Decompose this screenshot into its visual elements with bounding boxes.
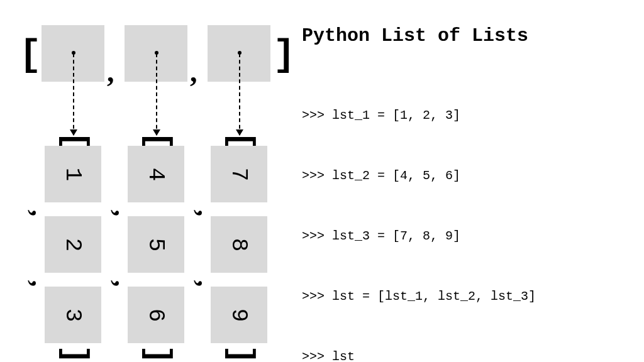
value: 4	[143, 167, 169, 181]
sublist-comma: ,	[111, 210, 137, 217]
sublist-1-item-2: 6	[128, 287, 184, 343]
sublist-1-item-0: 4	[128, 146, 184, 202]
value: 9	[226, 308, 252, 322]
arrow-0	[73, 53, 74, 135]
outer-comma-1: ,	[190, 58, 197, 87]
sublist-2-item-0: 7	[211, 146, 267, 202]
sublist-comma: ,	[194, 210, 220, 217]
outer-comma-0: ,	[107, 58, 114, 87]
sublist-2-item-1: 8	[211, 216, 267, 273]
sublist-0: [ 1 , 2 , 3 ]	[42, 138, 104, 362]
open-bracket: [	[19, 36, 42, 74]
sublist-2: [ 7 , 8 , 9 ]	[208, 138, 270, 362]
page-title: Python List of Lists	[302, 25, 629, 47]
code-line: >>> lst = [lst_1, lst_2, lst_3]	[302, 287, 629, 307]
sublist-comma: ,	[28, 280, 54, 287]
sublist-close-bracket: ]	[58, 344, 91, 362]
sublist-2-item-2: 9	[211, 287, 267, 343]
close-bracket: ]	[273, 36, 296, 74]
value: 6	[143, 308, 169, 322]
code-line: >>> lst_2 = [4, 5, 6]	[302, 166, 629, 186]
sublist-0-item-0: 1	[45, 146, 101, 202]
value: 2	[60, 238, 86, 251]
text-panel: Python List of Lists >>> lst_1 = [1, 2, …	[302, 25, 629, 362]
code-block: >>> lst_1 = [1, 2, 3] >>> lst_2 = [4, 5,…	[302, 65, 629, 362]
sublist-close-bracket: ]	[141, 344, 174, 362]
arrow-2	[239, 53, 240, 135]
value: 7	[226, 167, 252, 181]
code-line: >>> lst_1 = [1, 2, 3]	[302, 106, 629, 126]
sublist-close-bracket: ]	[224, 344, 257, 362]
sublist-0-item-2: 3	[45, 287, 101, 343]
arrow-1	[156, 53, 157, 135]
value: 5	[143, 238, 169, 251]
value: 1	[60, 167, 86, 181]
sublist-comma: ,	[194, 280, 220, 287]
sublist-1-item-1: 5	[128, 216, 184, 273]
code-line: >>> lst_3 = [7, 8, 9]	[302, 226, 629, 246]
sublist-comma: ,	[28, 210, 54, 217]
value: 8	[226, 238, 252, 251]
value: 3	[60, 308, 86, 322]
sublist-1: [ 4 , 5 , 6 ]	[125, 138, 187, 362]
list-diagram: [ , , ] [ 1 , 2 , 3 ] [ 4 , 5 , 6 ] [ 7 …	[19, 25, 289, 352]
sublist-0-item-1: 2	[45, 216, 101, 273]
sublist-comma: ,	[111, 280, 137, 287]
code-line: >>> lst	[302, 347, 629, 362]
